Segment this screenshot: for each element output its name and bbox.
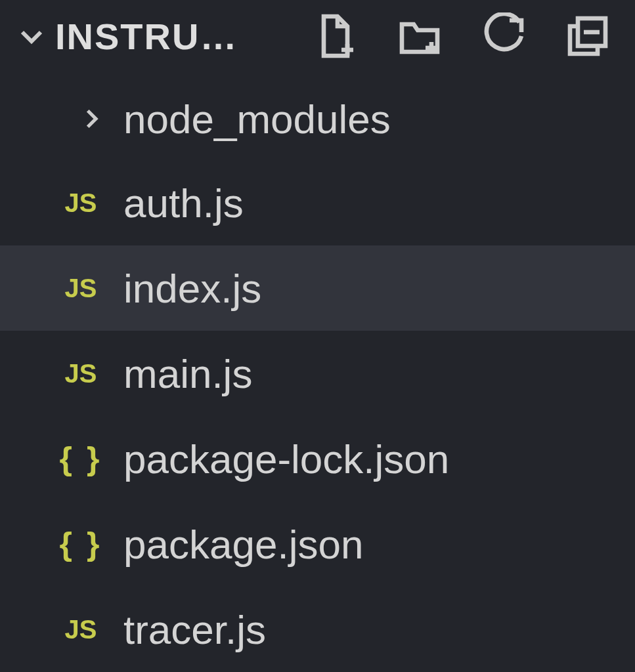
chevron-down-icon[interactable] [12, 20, 51, 52]
tree-file-label: package.json [123, 521, 363, 568]
js-file-icon: JS [58, 359, 104, 388]
tree-file-label: main.js [123, 350, 252, 397]
tree-file-label: auth.js [123, 180, 244, 226]
explorer-header: INSTRU… [0, 0, 635, 72]
collapse-all-button[interactable] [561, 10, 614, 62]
project-title: INSTRU… [55, 15, 238, 58]
json-file-icon: { } [58, 525, 104, 563]
chevron-right-icon [74, 105, 109, 133]
tree-file[interactable]: { }package.json [0, 501, 635, 587]
json-file-icon: { } [58, 440, 104, 478]
new-folder-button[interactable] [393, 10, 446, 62]
file-tree: node_modules JSauth.jsJSindex.jsJSmain.j… [0, 72, 635, 672]
tree-folder-label: node_modules [123, 96, 391, 142]
tree-file[interactable]: JSindex.js [0, 245, 635, 331]
header-actions [309, 10, 622, 62]
tree-file-label: tracer.js [123, 606, 266, 653]
tree-file[interactable]: JStracer.js [0, 587, 635, 672]
tree-file[interactable]: JSmain.js [0, 331, 635, 416]
js-file-icon: JS [58, 274, 104, 303]
file-list: JSauth.jsJSindex.jsJSmain.js{ }package-l… [0, 160, 635, 672]
tree-file-label: package-lock.json [123, 436, 449, 482]
tree-file-label: index.js [123, 265, 261, 312]
refresh-button[interactable] [477, 10, 530, 62]
tree-file[interactable]: JSauth.js [0, 160, 635, 245]
tree-folder[interactable]: node_modules [0, 77, 635, 160]
js-file-icon: JS [58, 188, 104, 218]
new-file-button[interactable] [309, 10, 362, 62]
tree-file[interactable]: { }package-lock.json [0, 416, 635, 501]
js-file-icon: JS [58, 615, 104, 644]
